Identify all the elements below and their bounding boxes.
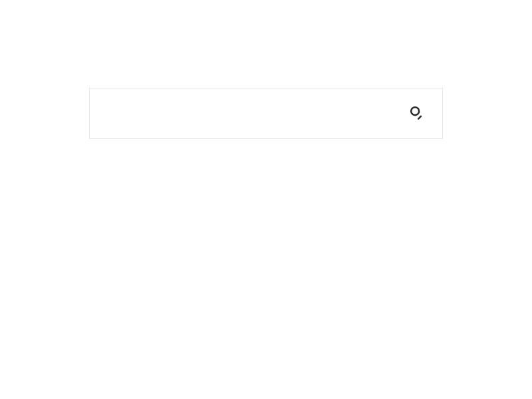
svg-line-1 [418, 116, 421, 119]
search-container [89, 88, 443, 139]
search-icon [409, 105, 424, 122]
search-input[interactable] [106, 88, 404, 138]
svg-point-0 [411, 107, 419, 115]
search-button[interactable] [404, 100, 429, 127]
